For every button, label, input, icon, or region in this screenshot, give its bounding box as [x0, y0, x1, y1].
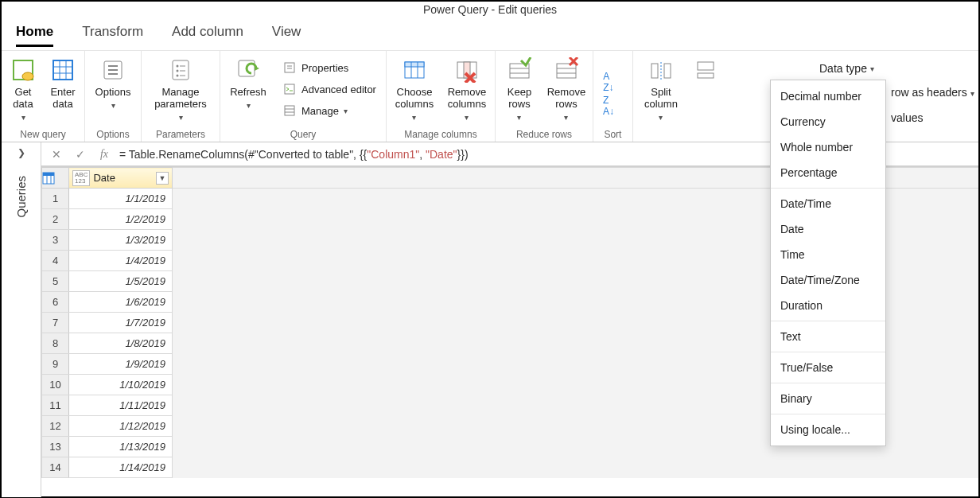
cell-value[interactable]: 1/2/2019: [69, 209, 173, 230]
manage-button[interactable]: Manage ▾: [279, 100, 379, 121]
datatype-option[interactable]: Using locale...: [771, 417, 885, 442]
replace-values-button[interactable]: values: [891, 111, 923, 124]
row-number[interactable]: 1: [42, 189, 69, 209]
row-number[interactable]: 3: [42, 230, 69, 251]
queries-label: Queries: [14, 176, 28, 218]
remove-rows-button[interactable]: Remove rows ▾: [543, 56, 589, 125]
datatype-option[interactable]: Duration: [771, 293, 885, 318]
cell-value[interactable]: 1/13/2019: [69, 437, 173, 457]
advanced-editor-button[interactable]: Advanced editor: [279, 79, 379, 99]
tab-home[interactable]: Home: [16, 24, 53, 47]
cell-value[interactable]: 1/1/2019: [69, 189, 173, 209]
row-number[interactable]: 11: [42, 395, 69, 416]
datatype-option[interactable]: Date/Time/Zone: [771, 267, 885, 293]
datatype-option[interactable]: Currency: [771, 109, 885, 134]
cell-value[interactable]: 1/10/2019: [69, 375, 173, 395]
datatype-option[interactable]: Date: [771, 216, 885, 242]
svg-rect-11: [173, 60, 189, 80]
cell-value[interactable]: 1/6/2019: [69, 292, 173, 313]
cell-value[interactable]: 1/8/2019: [69, 333, 173, 354]
tab-add-column[interactable]: Add column: [172, 24, 243, 47]
sort-asc-icon: AZ↓: [603, 71, 613, 93]
split-column-icon: [648, 57, 674, 83]
fx-button[interactable]: fx: [95, 146, 113, 162]
table-row[interactable]: 141/14/2019: [42, 457, 979, 478]
svg-rect-2: [53, 60, 72, 80]
row-number[interactable]: 13: [42, 437, 69, 457]
remove-columns-button[interactable]: Remove columns ▾: [442, 56, 492, 125]
cell-value[interactable]: 1/11/2019: [69, 395, 173, 416]
manage-parameters-button[interactable]: Manage parameters ▾: [145, 56, 216, 125]
svg-point-14: [177, 75, 179, 77]
chevron-down-icon: ▾: [247, 99, 251, 111]
datatype-option[interactable]: Whole number: [771, 134, 885, 160]
formula-input[interactable]: = Table.RenameColumns(#"Converted to tab…: [119, 148, 469, 161]
tab-view[interactable]: View: [272, 24, 301, 47]
expand-queries-button[interactable]: ❯: [18, 147, 25, 158]
column-type-icon[interactable]: ABC123: [72, 170, 90, 186]
sort-desc-button[interactable]: ZA↓: [597, 95, 620, 116]
datatype-option[interactable]: Time: [771, 242, 885, 267]
cell-value[interactable]: 1/4/2019: [69, 251, 173, 271]
properties-icon: [282, 60, 297, 75]
row-number[interactable]: 5: [42, 271, 69, 292]
datatype-option[interactable]: True/False: [771, 355, 885, 380]
svg-rect-23: [285, 84, 294, 94]
refresh-icon: [235, 57, 261, 83]
group-options: Options ▾ Options: [85, 51, 142, 142]
group-by-icon: [693, 57, 718, 83]
choose-columns-icon: [402, 57, 427, 83]
row-number[interactable]: 9: [42, 354, 69, 375]
cell-value[interactable]: 1/9/2019: [69, 354, 173, 375]
row-number[interactable]: 4: [42, 251, 69, 271]
cancel-formula-button[interactable]: ✕: [48, 146, 65, 162]
row-number[interactable]: 2: [42, 209, 69, 230]
enter-data-button[interactable]: Enter data: [45, 56, 81, 111]
group-new-query: Get data ▾ Enter data New query: [2, 51, 85, 142]
queries-panel: ❯ Queries: [2, 142, 41, 497]
data-type-menu: Decimal numberCurrencyWhole numberPercen…: [770, 80, 886, 446]
choose-columns-button[interactable]: Choose columns ▾: [390, 56, 439, 125]
select-all-corner[interactable]: [42, 168, 69, 189]
row-number[interactable]: 12: [42, 416, 69, 437]
svg-point-1: [22, 72, 33, 80]
parameters-icon: [168, 57, 193, 83]
properties-button[interactable]: Properties: [279, 57, 379, 78]
options-button[interactable]: Options ▾: [88, 56, 138, 113]
cell-value[interactable]: 1/12/2019: [69, 416, 173, 437]
row-number[interactable]: 8: [42, 333, 69, 354]
row-number[interactable]: 7: [42, 313, 69, 333]
accept-formula-button[interactable]: ✓: [72, 146, 89, 162]
use-first-row-headers-button[interactable]: row as headers ▾: [891, 86, 974, 99]
svg-rect-45: [664, 64, 671, 78]
datatype-option[interactable]: Decimal number: [771, 84, 885, 109]
data-type-button[interactable]: Data type ▾: [819, 62, 874, 75]
datatype-option[interactable]: Percentage: [771, 160, 885, 185]
group-query: Refresh ▾ Properties Advanced editor Man…: [220, 51, 387, 142]
refresh-button[interactable]: Refresh ▾: [224, 56, 273, 113]
cell-value[interactable]: 1/7/2019: [69, 313, 173, 333]
split-column-button[interactable]: Split column ▾: [636, 56, 686, 125]
chevron-down-icon: ▾: [344, 107, 348, 115]
chevron-down-icon: ▾: [970, 89, 974, 98]
cell-value[interactable]: 1/5/2019: [69, 271, 173, 292]
remove-rows-icon: [554, 57, 579, 83]
datatype-option[interactable]: Binary: [771, 386, 885, 411]
group-sort: AZ↓ ZA↓ Sort: [593, 51, 633, 142]
get-data-button[interactable]: Get data ▾: [5, 56, 41, 125]
column-filter-button[interactable]: ▼: [156, 172, 169, 185]
cell-value[interactable]: 1/14/2019: [69, 457, 173, 478]
cell-value[interactable]: 1/3/2019: [69, 230, 173, 251]
keep-rows-icon: [507, 57, 532, 83]
group-by-button[interactable]: [689, 56, 722, 86]
column-header-date[interactable]: ABC123 Date ▼: [69, 168, 173, 189]
sort-asc-button[interactable]: AZ↓: [597, 72, 620, 92]
row-number[interactable]: 10: [42, 375, 69, 395]
row-number[interactable]: 6: [42, 292, 69, 313]
tab-transform[interactable]: Transform: [82, 24, 143, 47]
datatype-option[interactable]: Date/Time: [771, 191, 885, 216]
keep-rows-button[interactable]: Keep rows ▾: [499, 56, 540, 125]
row-number[interactable]: 14: [42, 457, 69, 478]
svg-rect-50: [43, 173, 54, 176]
datatype-option[interactable]: Text: [771, 324, 885, 349]
